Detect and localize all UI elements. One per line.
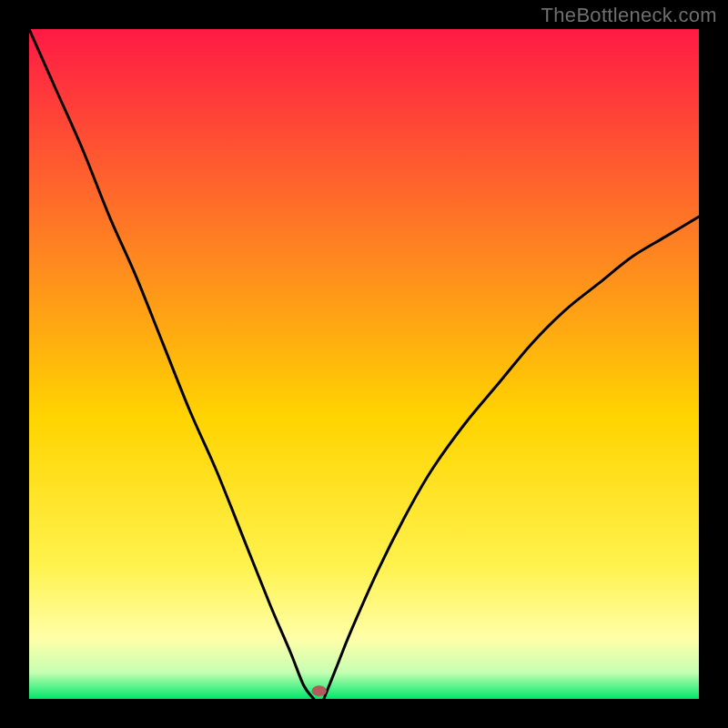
chart-outer-frame: TheBottleneck.com — [0, 0, 728, 728]
watermark-text: TheBottleneck.com — [541, 4, 717, 27]
chart-plot-area — [29, 29, 699, 699]
min-marker — [312, 685, 327, 696]
chart-svg — [29, 29, 699, 699]
